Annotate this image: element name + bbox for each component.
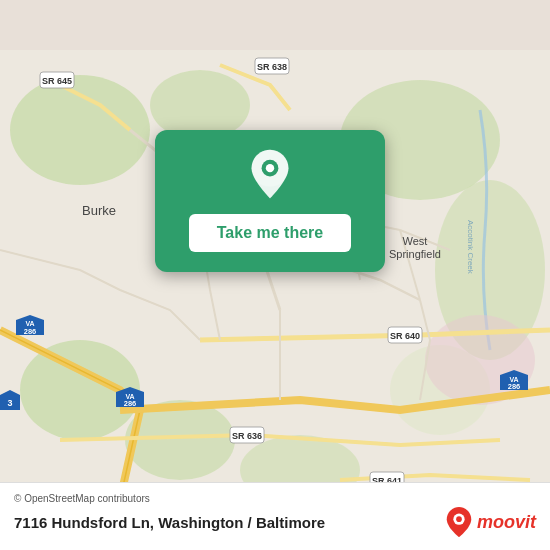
copyright-text: © OpenStreetMap contributors [14, 493, 536, 504]
svg-point-37 [266, 164, 274, 172]
location-pin-icon [244, 148, 296, 200]
svg-text:286: 286 [508, 382, 521, 391]
svg-text:286: 286 [124, 399, 137, 408]
svg-text:286: 286 [24, 327, 37, 336]
moovit-pin-icon [445, 506, 473, 538]
svg-text:SR 645: SR 645 [42, 76, 72, 86]
svg-text:3: 3 [7, 398, 12, 408]
address-row: 7116 Hundsford Ln, Washington / Baltimor… [14, 506, 536, 538]
svg-text:SR 638: SR 638 [257, 62, 287, 72]
svg-text:Burke: Burke [82, 203, 116, 218]
svg-text:Accotink Creek: Accotink Creek [466, 220, 475, 275]
map-container: Accotink Creek SR 645 [0, 0, 550, 550]
svg-text:SR 640: SR 640 [390, 331, 420, 341]
take-me-there-button[interactable]: Take me there [189, 214, 351, 252]
bottom-bar: © OpenStreetMap contributors 7116 Hundsf… [0, 482, 550, 550]
moovit-brand-text: moovit [477, 512, 536, 533]
address-text: 7116 Hundsford Ln, Washington / Baltimor… [14, 514, 325, 531]
svg-text:VA: VA [25, 320, 34, 327]
svg-point-39 [456, 516, 462, 522]
svg-text:SR 636: SR 636 [232, 431, 262, 441]
moovit-logo: moovit [445, 506, 536, 538]
popup-card: Take me there [155, 130, 385, 272]
svg-text:Springfield: Springfield [389, 248, 441, 260]
svg-text:West: West [403, 235, 428, 247]
map-background: Accotink Creek SR 645 [0, 0, 550, 550]
